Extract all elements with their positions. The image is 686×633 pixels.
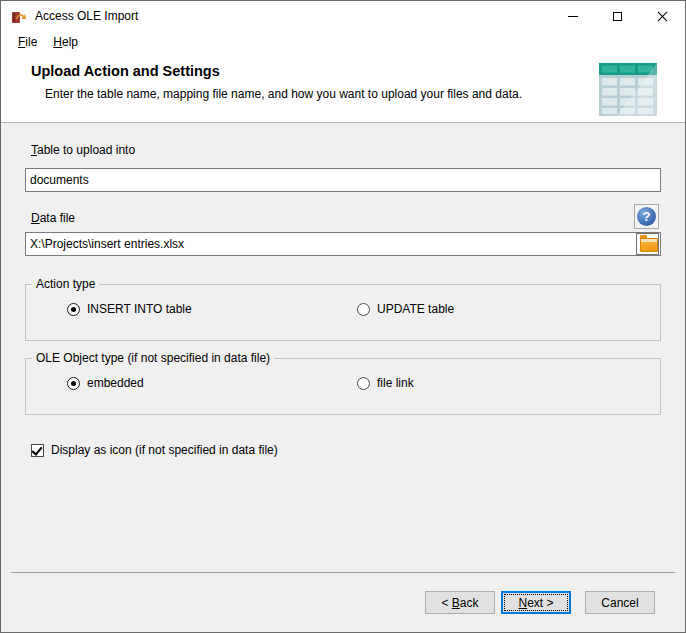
maximize-icon [613,12,622,21]
minimize-icon [568,16,578,17]
table-name-label: Table to upload into [31,143,135,157]
radio-embedded-label: embedded [87,376,144,390]
radio-selected-icon [67,377,80,390]
close-button[interactable] [640,1,685,31]
table-name-label-text: able to upload into [37,143,135,157]
radio-file-link-label: file link [377,376,414,390]
footer-separator [11,572,675,573]
checkbox-checked-icon [31,444,44,457]
page-title: Upload Action and Settings [31,63,220,79]
help-icon: ? [637,207,656,226]
folder-icon [640,238,656,250]
data-file-accesskey: D [31,211,40,225]
app-icon [11,8,27,24]
table-icon [599,63,661,116]
table-name-input[interactable] [25,168,661,192]
menu-file[interactable]: File [10,33,45,51]
help-button[interactable]: ? [634,204,659,229]
radio-file-link[interactable]: file link [357,376,414,390]
back-button-label: < Back [441,596,478,610]
radio-embedded[interactable]: embedded [67,376,144,390]
menubar: File Help [1,31,685,53]
radio-update-table[interactable]: UPDATE table [357,302,454,316]
menu-help[interactable]: Help [45,33,86,51]
data-file-label: Data file [31,211,75,225]
radio-unselected-icon [357,377,370,390]
radio-insert-into-table[interactable]: INSERT INTO table [67,302,192,316]
menu-file-label: ile [25,35,37,49]
menu-help-accesskey: H [53,35,62,49]
cancel-button[interactable]: Cancel [585,591,655,614]
display-as-icon-label: Display as icon (if not specified in dat… [51,443,278,457]
titlebar: Access OLE Import [1,1,685,31]
dialog-window: Access OLE Import File Help Upload Actio… [0,0,686,633]
radio-update-label: UPDATE table [377,302,454,316]
next-button-label: Next > [518,596,553,610]
minimize-button[interactable] [550,1,595,31]
data-file-label-text: ata file [40,211,75,225]
page-description: Enter the table name, mapping file name,… [45,87,522,101]
maximize-button[interactable] [595,1,640,31]
wizard-header: Upload Action and Settings Enter the tab… [1,53,685,123]
cancel-button-label: Cancel [601,596,638,610]
ole-object-type-group: OLE Object type (if not specified in dat… [25,358,661,415]
radio-selected-icon [67,303,80,316]
action-type-group: Action type INSERT INTO table UPDATE tab… [25,284,661,341]
display-as-icon-checkbox[interactable]: Display as icon (if not specified in dat… [31,443,278,457]
radio-unselected-icon [357,303,370,316]
window-title: Access OLE Import [35,1,138,31]
data-file-input[interactable] [25,232,661,256]
menu-help-label: elp [62,35,78,49]
browse-file-button[interactable] [636,233,659,255]
close-icon [657,11,668,22]
radio-insert-label: INSERT INTO table [87,302,192,316]
back-button[interactable]: < Back [425,591,495,614]
next-button[interactable]: Next > [501,591,571,614]
